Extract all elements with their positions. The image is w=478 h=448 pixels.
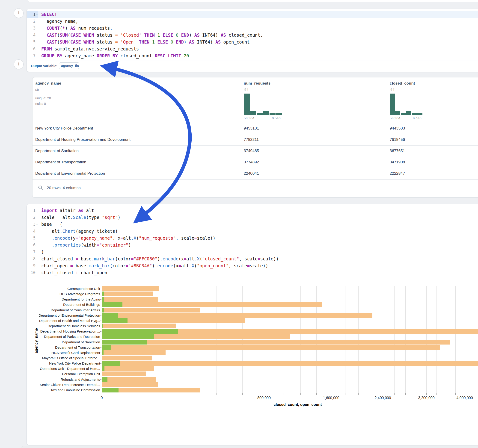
code-line[interactable]: 9chart_open = base.mark_bar(color="#8BC3… [27,262,478,269]
y-tick [100,331,101,332]
line-number: 5 [27,38,36,45]
bar-open-count [102,366,104,371]
column-type: i64 [390,87,394,92]
table-row[interactable]: New York City Police Department945313194… [32,123,478,134]
code-line[interactable]: 6FROM sample_data.nyc.service_requests [27,45,478,52]
code-line[interactable]: 2 agency_name, [27,18,478,25]
code-line[interactable]: 1⌄SELECT [27,11,478,18]
bar-closed-count [102,297,158,302]
hist-min-label: 53,304 [390,116,400,120]
code-line[interactable]: 10chart_closed + chart_open [27,269,478,276]
table-row[interactable]: Department of Transportation377489234719… [32,157,478,168]
add-cell-button[interactable]: + [14,8,24,18]
bar-open-count [102,329,178,334]
bar-open-count [102,292,104,296]
bar-open-count [102,361,120,366]
gridline [358,286,358,393]
search-icon[interactable] [38,185,43,190]
bar-closed-count [102,372,146,376]
python-code-editor[interactable]: 1import altair as alt2scale = alt.Scale(… [27,204,478,278]
table-header: agency_namestrunique: 20nulls: 0num_requ… [32,77,478,123]
gridline [383,286,383,393]
bar-open-count [102,377,107,382]
sql-cell-card: 1⌄SELECT 2 agency_name,3 COUNT(*) AS num… [26,9,478,72]
gridline [331,286,331,393]
text-cursor [60,12,60,17]
table-row[interactable]: Department of Environmental Protection22… [32,168,478,180]
bar-open-count [102,297,104,302]
hist-max-label: 9.5e6 [272,116,281,120]
x-tick [216,393,217,395]
bar-closed-count [102,313,372,318]
code-text: chart_closed + chart_open [41,269,107,276]
x-tick [405,393,406,395]
gridline [426,286,427,393]
x-tick [331,393,331,395]
line-number: 1 [27,11,36,18]
line-number: 4 [27,31,36,38]
bar-closed-count [102,340,450,344]
code-line[interactable]: 5 .encode(y="agency_name", x=alt.X("num_… [27,235,478,242]
y-axis-category-label: Department of Consumer Affairs [51,308,100,312]
bar-closed-count [102,361,478,366]
code-line[interactable]: 2scale = alt.Scale(type="sqrt") [27,214,478,221]
table-cell: 9443533 [390,126,405,131]
table-row[interactable]: Department of Housing Preservation and D… [32,134,478,146]
x-tick [416,393,416,395]
table-row[interactable]: Department of Sanitation37494853677651 [32,145,478,157]
gridline [465,286,465,393]
bar-open-count [102,308,104,312]
sql-code-editor[interactable]: 1⌄SELECT 2 agency_name,3 COUNT(*) AS num… [27,9,478,61]
bar-open-count [102,388,119,392]
code-text: SELECT [41,11,60,18]
sql-output-table-card: agency_namestrunique: 20nulls: 0num_requ… [32,77,478,198]
y-tick [100,385,101,385]
code-line[interactable]: 8chart_closed = base.mark_bar(color="#FF… [27,255,478,262]
bar-closed-count [102,302,322,307]
y-axis-category-label: Taxi and Limousine Commission [50,388,100,392]
column-header[interactable]: agency_name [35,81,61,86]
y-tick [100,379,101,380]
y-tick [100,294,101,294]
y-tick [100,299,101,300]
output-variable-pill[interactable]: agency_tickets [59,62,79,69]
code-line[interactable]: 4 CAST(SUM(CASE WHEN status = 'Closed' T… [27,31,478,38]
bar-closed-count [102,350,166,355]
code-line[interactable]: 6 .properties(width="container") [27,242,478,249]
code-text: COUNT(*) AS num_requests, [41,25,113,31]
code-line[interactable]: 7GROUP BY agency_name ORDER BY closed_co… [27,52,478,59]
fold-chevron-icon[interactable]: ⌄ [36,10,38,17]
line-number: 7 [27,249,36,255]
y-axis-category-label: Operations Unit - Department of Hom... [40,367,100,371]
y-tick [100,315,101,316]
y-tick [100,374,101,374]
y-tick [100,310,101,310]
code-line[interactable]: 7) [27,249,478,255]
fold-chevron-icon[interactable]: ⌄ [36,220,38,227]
line-number: 4 [27,228,36,235]
notebook-page: + + 1⌄SELECT 2 agency_name,3 COUNT(*) AS… [0,0,478,448]
table-bottom-divider [32,179,478,180]
y-tick [100,353,101,353]
code-line[interactable]: 4 alt.Chart(agency_tickets) [27,228,478,235]
code-line[interactable]: 3 COUNT(*) AS num_requests, [27,25,478,31]
table-cell: Department of Housing Preservation and D… [35,137,131,142]
add-cell-button[interactable]: + [14,59,24,69]
line-number: 6 [27,45,36,52]
y-axis-category-label: Department for the Aging [62,297,100,301]
y-axis-category-label: Department of Buildings [63,303,100,306]
x-tick [183,393,183,395]
y-axis-category-label: Department of Sanitation [62,340,100,344]
x-tick [345,393,346,395]
table-cell: 9453131 [244,126,259,131]
code-line[interactable]: 5 CAST(SUM(CASE WHEN status = 'Open' THE… [27,38,478,45]
next-cell-top-edge [21,446,478,448]
code-line[interactable]: 3⌄base = ( [27,221,478,228]
code-line[interactable]: 1import altair as alt [27,207,478,214]
column-header[interactable]: num_requests [244,81,270,86]
column-header[interactable]: closed_count [390,81,415,86]
y-tick [100,305,101,305]
code-text: ) [41,249,44,255]
x-tick [465,393,465,395]
python-cell-card: 1import altair as alt2scale = alt.Scale(… [26,204,478,445]
